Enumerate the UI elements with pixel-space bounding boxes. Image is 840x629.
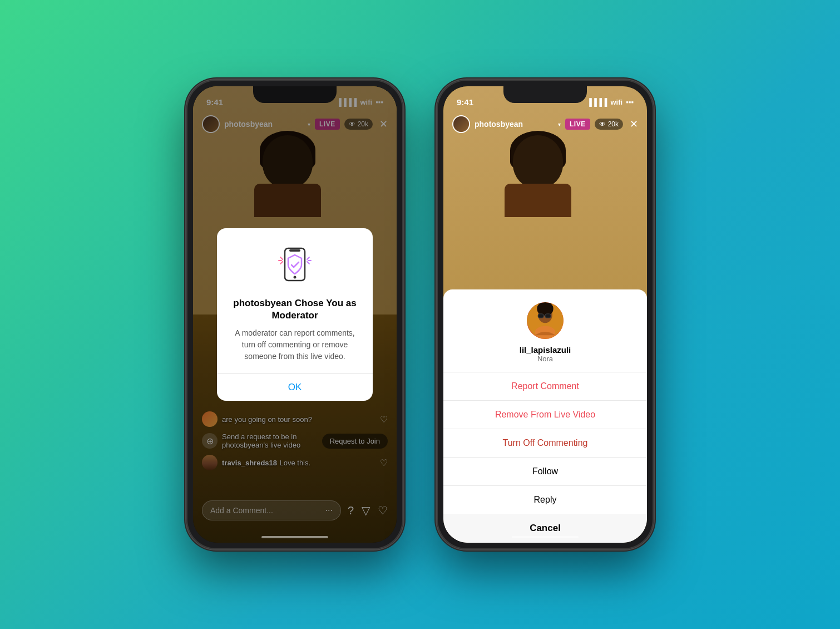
phone-2-screen: 9:41 ▐▐▐▐ wifi ▪▪▪ photosbyean ▾ LIVE 👁 … [443, 86, 647, 543]
modal-overlay-1: photosbyean Chose You as Moderator A mod… [193, 86, 397, 543]
svg-point-2 [294, 276, 297, 278]
home-indicator-1 [261, 536, 328, 538]
profile-name: Nora [537, 355, 553, 363]
report-comment-button[interactable]: Report Comment [443, 372, 647, 401]
home-indicator-2 [512, 536, 579, 538]
remove-from-live-button[interactable]: Remove From Live Video [443, 401, 647, 429]
svg-line-3 [280, 257, 283, 259]
action-sheet: lil_lapislazuli Nora Report Comment Remo… [443, 289, 647, 543]
action-sheet-overlay: lil_lapislazuli Nora Report Comment Remo… [443, 86, 647, 543]
follow-button[interactable]: Follow [443, 458, 647, 486]
svg-line-8 [307, 262, 309, 264]
modal-title: photosbyean Chose You as Moderator [230, 297, 359, 322]
svg-line-5 [280, 262, 283, 264]
svg-line-6 [307, 257, 309, 259]
reply-button[interactable]: Reply [443, 486, 647, 514]
modal-icon-area [230, 244, 359, 288]
turn-off-commenting-button[interactable]: Turn Off Commenting [443, 429, 647, 458]
cancel-button[interactable]: Cancel [443, 514, 647, 543]
phone-1-screen: 9:41 ▐▐▐▐ wifi ▪▪▪ photosbyean ▾ LIVE 👁 … [193, 86, 397, 543]
shield-phone-icon [273, 244, 317, 288]
profile-avatar [525, 301, 565, 341]
profile-avatar-inner [527, 302, 564, 339]
phone-1: 9:41 ▐▐▐▐ wifi ▪▪▪ photosbyean ▾ LIVE 👁 … [186, 80, 403, 549]
svg-rect-1 [289, 249, 300, 252]
modal-description: A moderator can report comments, turn of… [230, 327, 359, 374]
ok-button[interactable]: OK [230, 374, 359, 401]
svg-rect-12 [538, 314, 543, 318]
moderator-modal: photosbyean Chose You as Moderator A mod… [217, 228, 373, 401]
svg-rect-13 [545, 314, 551, 318]
phone-2: 9:41 ▐▐▐▐ wifi ▪▪▪ photosbyean ▾ LIVE 👁 … [437, 80, 654, 549]
profile-username: lil_lapislazuli [520, 345, 571, 355]
action-sheet-profile: lil_lapislazuli Nora [443, 289, 647, 372]
